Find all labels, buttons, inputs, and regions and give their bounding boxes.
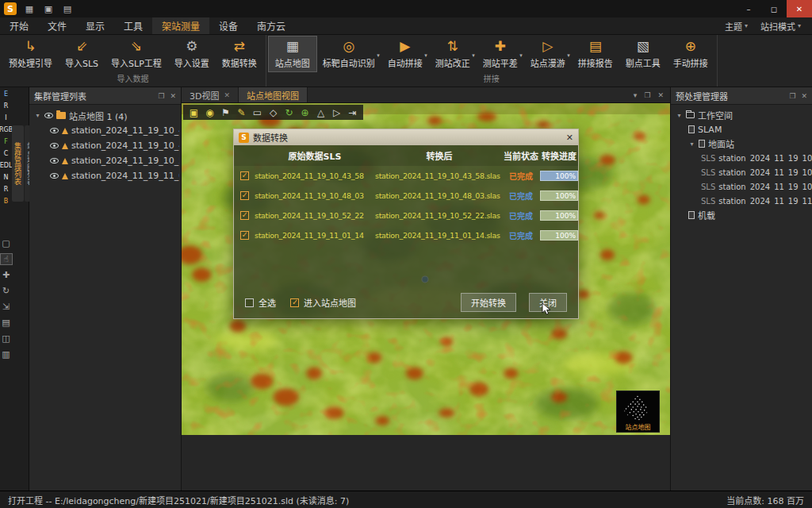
pan-hand-icon[interactable]: ☝: [1, 254, 12, 264]
move-icon[interactable]: ✚: [1, 270, 12, 280]
float-panel-icon[interactable]: ❐: [158, 92, 164, 100]
stitch-report-button[interactable]: ▤ 拼接报告: [572, 37, 619, 71]
menu-item-south-cloud[interactable]: 南方云: [247, 17, 295, 34]
viewport-close-icon[interactable]: ✕: [657, 91, 664, 99]
preprocess-guide-button[interactable]: ↳ 预处理引导: [2, 37, 59, 71]
menu-item-device[interactable]: 设备: [209, 17, 247, 34]
grid-icon[interactable]: ▦: [23, 4, 36, 14]
mode-r2-button[interactable]: R: [4, 187, 9, 193]
minimize-button[interactable]: –: [736, 0, 761, 17]
select-all-checkbox[interactable]: [245, 298, 254, 307]
row-checkbox[interactable]: [240, 171, 249, 180]
mode-i-button[interactable]: I: [5, 115, 6, 121]
chevron-down-icon[interactable]: ▾: [676, 112, 683, 119]
select-box-icon[interactable]: ▢: [1, 238, 12, 248]
dialog-close-icon[interactable]: ✕: [566, 133, 573, 143]
draw-icon[interactable]: ✎: [235, 106, 248, 118]
exit-icon[interactable]: ⇥: [346, 106, 359, 118]
maximize-button[interactable]: ◻: [761, 0, 787, 17]
visibility-eye-icon[interactable]: [50, 173, 59, 179]
import-sls-button[interactable]: ⇙ 导入SLS: [59, 37, 105, 71]
profile-icon[interactable]: △: [314, 106, 327, 118]
station-row[interactable]: station_2024_11_19_10_5...: [31, 153, 179, 168]
sls-station-row[interactable]: SLS station_2024_11_19_11_1_...: [671, 194, 812, 208]
scan-mode-dropdown[interactable]: 站扫模式 ▾: [754, 20, 807, 33]
station-row[interactable]: station_2024_11_19_10_4...: [31, 123, 179, 138]
start-convert-button[interactable]: 开始转换: [461, 293, 516, 312]
walk-icon[interactable]: ▷: [330, 106, 343, 118]
grid-view-icon[interactable]: ▥: [1, 349, 12, 360]
station-adjustment-button[interactable]: ✚ 测站平差 ▾: [477, 37, 524, 71]
sls-station-row[interactable]: SLS station_2024_11_19_10_48_...: [671, 165, 812, 179]
rotate-icon[interactable]: ↻: [1, 286, 12, 296]
row-checkbox[interactable]: [240, 191, 249, 200]
mode-edl-button[interactable]: EDL: [0, 163, 12, 169]
close-panel-icon[interactable]: ✕: [801, 92, 807, 100]
point-removal-button[interactable]: ▧ 剔点工具: [619, 37, 667, 71]
chevron-down-icon[interactable]: ▾: [688, 140, 695, 148]
viewport-dropdown-icon[interactable]: ▾: [634, 91, 638, 99]
select-rect-icon[interactable]: ▣: [187, 106, 201, 118]
mode-r-button[interactable]: R: [4, 103, 9, 110]
vtab-cluster-list[interactable]: 集群管理列表: [12, 125, 24, 202]
airborne-row[interactable]: 机载: [671, 208, 812, 222]
select-circle-icon[interactable]: ◉: [203, 106, 216, 118]
refresh-icon[interactable]: ↻: [282, 106, 296, 118]
visibility-eye-icon[interactable]: [50, 158, 59, 164]
close-button[interactable]: ✕: [787, 0, 812, 17]
station-correction-button[interactable]: ⇅ 测站改正 ▾: [429, 37, 477, 71]
tab-3d-view[interactable]: 3D视图 ✕: [182, 87, 239, 102]
visibility-eye-icon[interactable]: [44, 113, 53, 118]
mode-f-button[interactable]: F: [4, 139, 8, 145]
menu-item-station-survey[interactable]: 架站测量: [152, 17, 209, 34]
visibility-eye-icon[interactable]: [50, 143, 59, 148]
ground-station-row[interactable]: ▾ 地面站: [671, 137, 812, 151]
chevron-down-icon[interactable]: ▾: [34, 112, 41, 119]
polygon-icon[interactable]: ◇: [266, 106, 280, 118]
slam-row[interactable]: SLAM: [671, 122, 812, 137]
menu-item-file[interactable]: 文件: [38, 17, 76, 34]
target-point-icon[interactable]: ⊕: [298, 106, 312, 118]
row-checkbox[interactable]: [240, 231, 249, 240]
enter-station-map-checkbox[interactable]: [290, 298, 299, 307]
manual-stitch-button[interactable]: ⊕ 手动拼接: [667, 37, 714, 71]
auto-stitch-button[interactable]: ▶ 自动拼接 ▾: [381, 37, 429, 71]
flag-icon[interactable]: ⚑: [219, 106, 232, 118]
menu-item-tools[interactable]: 工具: [114, 17, 152, 34]
mode-c-button[interactable]: C: [4, 151, 9, 157]
tab-station-map-view[interactable]: 站点地图视图: [239, 87, 308, 102]
layers-icon[interactable]: ▤: [1, 318, 12, 328]
mode-e-button[interactable]: E: [4, 91, 8, 98]
sls-station-row[interactable]: SLS station_2024_11_19_10_43_...: [671, 151, 812, 165]
mode-rgb-button[interactable]: RGB: [0, 127, 13, 133]
zoom-extent-icon[interactable]: ⇲: [1, 302, 12, 312]
station-map-button[interactable]: ▦ 站点地图: [269, 37, 316, 71]
visibility-eye-icon[interactable]: [50, 128, 59, 133]
close-panel-icon[interactable]: ✕: [170, 92, 176, 100]
import-settings-button[interactable]: ⚙ 导入设置: [168, 37, 216, 71]
dialog-titlebar[interactable]: S 数据转换 ✕: [234, 129, 578, 145]
import-slp-button[interactable]: ⇘ 导入SLP工程: [105, 37, 168, 71]
folder-icon[interactable]: ▤: [61, 4, 74, 14]
data-convert-button[interactable]: ⇄ 数据转换: [216, 37, 263, 71]
tab-close-icon[interactable]: ✕: [224, 91, 230, 99]
tree-root-row[interactable]: ▾ 站点地图 1 (4): [31, 108, 179, 123]
menu-item-start[interactable]: 开始: [0, 17, 38, 34]
station-roam-button[interactable]: ▷ 站点漫游 ▾: [524, 37, 572, 71]
mode-n-button[interactable]: N: [4, 175, 9, 181]
theme-dropdown[interactable]: 主题 ▾: [718, 20, 754, 33]
split-view-icon[interactable]: ◫: [1, 333, 12, 344]
sls-station-row[interactable]: SLS station_2024_11_19_10_52_...: [671, 179, 812, 194]
station-row[interactable]: station_2024_11_19_10_4...: [31, 138, 179, 153]
viewport-float-icon[interactable]: ❐: [644, 91, 650, 99]
minimap[interactable]: 站点地图: [616, 391, 660, 433]
station-row[interactable]: station_2024_11_19_11_0...: [31, 168, 179, 183]
menu-item-display[interactable]: 显示: [76, 17, 114, 34]
rect-region-icon[interactable]: ▭: [251, 106, 264, 118]
mode-b-button[interactable]: B: [4, 198, 9, 205]
float-panel-icon[interactable]: ❐: [789, 92, 795, 100]
save-icon[interactable]: ▣: [42, 4, 55, 14]
target-auto-detect-button[interactable]: ◎ 标靶自动识别 ▾: [316, 37, 381, 71]
row-checkbox[interactable]: [240, 211, 249, 220]
workspace-row[interactable]: ▾ 工作空间: [671, 108, 812, 122]
